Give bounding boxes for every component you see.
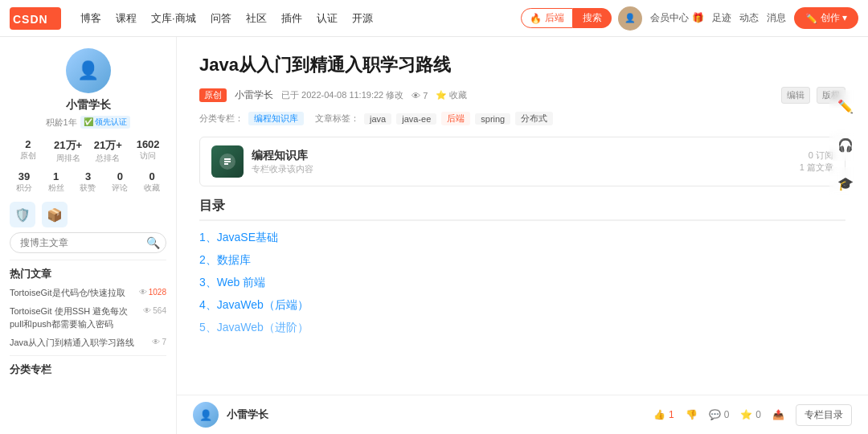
tag-javaee[interactable]: java-ee <box>396 113 436 125</box>
column-sub: 专栏收录该内容 <box>252 163 792 175</box>
toc-title: 目录 <box>199 198 845 221</box>
nav-blog[interactable]: 博客 <box>74 8 108 29</box>
badge-2: 📦 <box>42 202 68 227</box>
dislike-button[interactable]: 👎 <box>686 409 698 420</box>
toc-item-4[interactable]: 4、JavaWeb（后端） <box>199 298 845 313</box>
profile-duration: 积龄1年 <box>46 117 77 129</box>
sidebar: 👤 小雷学长 积龄1年 ✅ 领先认证 2 原创 21万+ 周排名 21万+ 总排… <box>0 37 177 434</box>
stat-collects: 0 收藏 <box>137 170 166 194</box>
view-count: 7 <box>423 91 428 100</box>
hot-count-2: 👁 564 <box>143 305 166 317</box>
toc-item-1[interactable]: 1、JavaSE基础 <box>199 231 845 245</box>
bottom-author: 小雷学长 <box>227 407 268 422</box>
meta-date: 已于 2022-04-08 11:19:22 修改 <box>281 89 403 101</box>
bottom-bar: 👤 小雷学长 👍 1 👎 💬 0 ⭐ 0 📤 专栏目录 <box>177 395 868 434</box>
star-action-icon: ⭐ <box>740 409 752 420</box>
star-button[interactable]: ⭐ 0 <box>740 409 761 420</box>
column-card[interactable]: 编程知识库 专栏收录该内容 0 订阅 1 篇文章 <box>199 137 845 186</box>
nav-message[interactable]: 消息 <box>767 11 786 25</box>
nav-store[interactable]: 文库·商城 <box>145 8 203 29</box>
nav-search-bar: 🔥 后端 搜索 <box>521 8 612 28</box>
hot-article-title-3: Java从入门到精通入职学习路线 <box>10 336 134 350</box>
stat-score: 39 积分 <box>10 170 39 194</box>
hot-section-title: 热门文章 <box>10 267 166 281</box>
column-dir-button[interactable]: 专栏目录 <box>796 404 852 426</box>
column-articles: 1 篇文章 <box>800 162 833 174</box>
sidebar-search-input[interactable] <box>10 232 166 253</box>
nav-footprint[interactable]: 足迹 <box>712 11 731 25</box>
stat-likes: 3 获赞 <box>74 170 103 194</box>
bottom-avatar: 👤 <box>193 402 219 428</box>
share-button[interactable]: 📤 <box>772 409 784 420</box>
article-title: Java从入门到精通入职学习路线 <box>199 53 845 77</box>
nav-qa[interactable]: 问答 <box>204 8 238 29</box>
category-label: 分类专栏： <box>199 113 244 125</box>
sidebar-search-wrap: 🔍 <box>10 232 166 253</box>
hot-article-2[interactable]: TortoiseGit 使用SSH 避免每次pull和push都需要输入密码 👁… <box>10 305 166 331</box>
star-icon: ⭐ <box>436 90 447 100</box>
logo[interactable]: CSDN <box>10 7 61 30</box>
comment-icon: 💬 <box>709 409 721 420</box>
meta-collect: ⭐ 收藏 <box>436 89 467 101</box>
graduation-icon: 🎓 <box>837 176 854 191</box>
sidebar-search-button[interactable]: 🔍 <box>146 236 160 249</box>
star-count: 0 <box>755 409 761 420</box>
column-info: 编程知识库 专栏收录该内容 <box>252 149 792 175</box>
meta-views: 👁 7 <box>411 91 428 100</box>
topnav: CSDN 博客 课程 文库·商城 问答 社区 插件 认证 开源 🔥 后端 搜索 … <box>0 0 868 37</box>
nav-items: 博客 课程 文库·商城 问答 社区 插件 认证 开源 <box>74 8 514 29</box>
search-button[interactable]: 搜索 <box>573 8 612 28</box>
stat-total-rank: 21万+ 总排名 <box>90 138 127 164</box>
tag-spring[interactable]: spring <box>475 113 510 125</box>
profile-badges: 🛡️ 📦 <box>10 202 166 227</box>
float-learn-btn[interactable]: 🎓 <box>829 167 862 199</box>
create-button[interactable]: ✏️ 创作 ▾ <box>794 7 858 29</box>
collect-label: 收藏 <box>449 89 467 101</box>
pen-icon: ✏️ <box>805 13 817 24</box>
comment-count: 0 <box>724 409 730 420</box>
tag-distributed[interactable]: 分布式 <box>515 112 553 125</box>
article-meta: 原创 小雷学长 已于 2022-04-08 11:19:22 修改 👁 7 ⭐ … <box>199 87 845 104</box>
float-edit-btn[interactable]: ✏️ <box>829 90 862 122</box>
profile-meta: 积龄1年 ✅ 领先认证 <box>46 116 131 129</box>
eye-icon: 👁 <box>411 91 420 100</box>
logo-text: CSDN <box>10 7 61 30</box>
nav-activity[interactable]: 动态 <box>739 11 759 25</box>
hot-article-3[interactable]: Java从入门到精通入职学习路线 👁 7 <box>10 336 166 350</box>
nav-member[interactable]: 会员中心 🎁 <box>650 11 703 25</box>
nav-plugin[interactable]: 插件 <box>275 8 309 29</box>
search-tag[interactable]: 🔥 后端 <box>521 8 573 28</box>
category-section-title: 分类专栏 <box>10 362 166 377</box>
column-stats: 0 订阅 1 篇文章 <box>800 149 833 174</box>
badge-1: 🛡️ <box>10 202 35 227</box>
tag-backend[interactable]: 后端 <box>441 112 470 125</box>
toc-item-2[interactable]: 2、数据库 <box>199 253 845 268</box>
float-audio-btn[interactable]: 🎧 <box>829 129 862 161</box>
stat-comments: 0 评论 <box>105 170 134 194</box>
column-name: 编程知识库 <box>252 149 792 163</box>
share-icon: 📤 <box>772 409 784 420</box>
meta-author[interactable]: 小雷学长 <box>235 88 273 102</box>
nav-open[interactable]: 开源 <box>346 8 379 29</box>
like-button[interactable]: 👍 1 <box>653 409 674 420</box>
toc-item-5-partial[interactable]: 5、JavaWeb（进阶） <box>199 321 845 335</box>
toc-item-3[interactable]: 3、Web 前端 <box>199 276 845 290</box>
tag-java[interactable]: java <box>364 113 391 125</box>
like-icon: 👍 <box>653 409 665 420</box>
dislike-icon: 👎 <box>686 409 698 420</box>
hot-article-1[interactable]: TortoiseGit是代码仓/快速拉取 👁 1028 <box>10 286 166 300</box>
nav-right: 👤 会员中心 🎁 足迹 动态 消息 ✏️ 创作 ▾ <box>618 6 858 31</box>
search-tag-text: 后端 <box>545 11 564 25</box>
stats-row2: 39 积分 1 粉丝 3 获赞 0 评论 0 收藏 <box>10 170 166 194</box>
like-count: 1 <box>669 409 674 420</box>
nav-community[interactable]: 社区 <box>240 8 273 29</box>
category-tag[interactable]: 编程知识库 <box>248 112 304 125</box>
comment-button[interactable]: 💬 0 <box>709 409 730 420</box>
nav-course[interactable]: 课程 <box>109 8 143 29</box>
nav-auth[interactable]: 认证 <box>310 8 344 29</box>
article-content: Java从入门到精通入职学习路线 原创 小雷学长 已于 2022-04-08 1… <box>177 37 868 434</box>
user-avatar[interactable]: 👤 <box>618 6 642 31</box>
float-buttons: ✏️ 🎧 🎓 <box>829 74 862 199</box>
stat-week-rank: 21万+ 周排名 <box>50 138 87 164</box>
edit-button[interactable]: 编辑 <box>781 87 810 104</box>
